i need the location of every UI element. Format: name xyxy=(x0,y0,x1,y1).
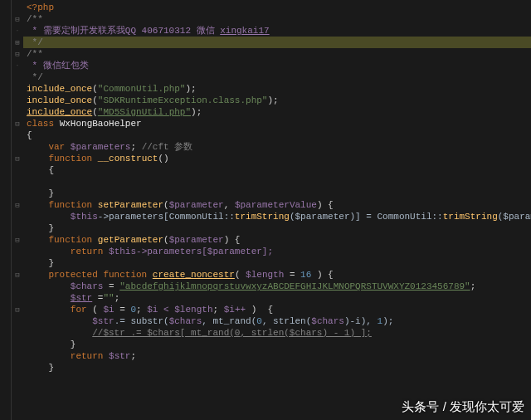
fold-spacer xyxy=(12,141,23,153)
fn-name: getParameter xyxy=(98,235,163,245)
fn-kw: function xyxy=(48,154,92,164)
doc-text: * 微信红包类 xyxy=(27,61,89,71)
var-ref: $chars xyxy=(311,316,344,326)
var-name: $parameters xyxy=(71,142,131,152)
include-kw: include_once xyxy=(27,84,92,94)
fold-spacer xyxy=(12,106,23,118)
fold-spacer xyxy=(12,350,23,362)
loop-cond: $i < $length xyxy=(147,305,212,315)
var-comment: //cft 参数 xyxy=(142,142,193,152)
method-call: trimString xyxy=(235,212,290,222)
fn-name: create_noncestr xyxy=(153,270,235,280)
fold-toggle[interactable] xyxy=(12,234,23,246)
doc-end: */ xyxy=(27,72,43,82)
var-decl: $chars xyxy=(71,281,104,291)
doc-wechat: xingkai17 xyxy=(220,26,269,36)
php-open-tag: <?php xyxy=(27,2,54,12)
code-text: , strlen( xyxy=(262,316,311,326)
fold-toggle[interactable] xyxy=(12,269,23,281)
include-file: "MD5SignUtil.php" xyxy=(98,107,191,117)
fold-spacer xyxy=(12,2,23,13)
fn-kw: function xyxy=(48,200,92,210)
return-kw: return xyxy=(71,351,104,361)
code-text: )- xyxy=(344,316,355,326)
param: $length xyxy=(246,270,284,280)
doc-start: /** xyxy=(27,49,43,59)
include-file: "SDKRuntimeException.class.php" xyxy=(98,95,268,105)
fold-spacer xyxy=(12,257,23,269)
fold-toggle[interactable] xyxy=(12,153,23,164)
fold-spacer xyxy=(12,339,23,350)
fold-spacer xyxy=(12,222,23,234)
include-kw: include_once xyxy=(27,107,92,117)
fold-spacer xyxy=(12,327,23,339)
fold-spacer xyxy=(12,385,23,397)
loop-inc: $i++ xyxy=(224,305,246,315)
fold-spacer xyxy=(12,95,23,106)
doc-start: /** xyxy=(27,14,43,24)
string-literal: "" xyxy=(103,293,114,303)
fold-marker xyxy=(12,25,23,37)
string-literal: "abcdefghijklmnopqrstuvwxyzABCDEFGHIJKLM… xyxy=(119,281,470,291)
for-kw: for xyxy=(71,305,87,315)
var-ref: $str xyxy=(109,351,130,361)
param: $parameter xyxy=(169,200,224,210)
method-call: trimString xyxy=(443,212,498,222)
fold-spacer xyxy=(12,211,23,222)
fold-spacer xyxy=(12,129,23,141)
fn-name: __construct xyxy=(98,154,158,164)
fold-spacer xyxy=(12,292,23,304)
code-text: ), xyxy=(361,316,378,326)
fold-toggle[interactable] xyxy=(12,304,23,315)
fold-toggle[interactable] xyxy=(12,199,23,211)
class-kw: class xyxy=(27,119,54,129)
protected-kw: protected function xyxy=(48,270,147,280)
class-name: WxHongBaoHelper xyxy=(60,119,142,129)
fold-spacer xyxy=(12,176,23,188)
param: $parameterValue xyxy=(235,200,317,210)
code-text: ); xyxy=(382,316,393,326)
line-gutter xyxy=(0,0,12,420)
this-ref: $this xyxy=(71,212,98,222)
code-text: i xyxy=(355,316,361,326)
fold-toggle[interactable] xyxy=(12,37,23,48)
fold-spacer xyxy=(12,71,23,83)
fold-toggle[interactable] xyxy=(12,48,23,60)
doc-end: */ xyxy=(27,37,43,47)
code-text: , mt_rand( xyxy=(202,316,256,326)
code-text: $this->parameters[$parameter]; xyxy=(109,247,273,256)
num-literal: 0 xyxy=(256,316,262,326)
loop-var: $i xyxy=(103,305,114,315)
doc-text: * 需要定制开发联系我QQ 406710312 微信 xyxy=(27,26,220,36)
var-decl: $str xyxy=(71,293,92,303)
fold-toggle[interactable] xyxy=(12,118,23,129)
var-kw: var xyxy=(48,142,65,152)
include-kw: include_once xyxy=(27,95,92,105)
fold-spacer xyxy=(12,246,23,257)
code-text: ($parameter)] = CommonUtil:: xyxy=(290,212,443,222)
code-text: .= substr( xyxy=(114,316,169,326)
fold-spacer xyxy=(12,188,23,199)
fold-marker xyxy=(12,60,23,71)
fold-spacer xyxy=(12,281,23,292)
fold-spacer xyxy=(12,362,23,374)
fn-name: setParameter xyxy=(98,200,163,210)
fn-kw: function xyxy=(48,235,92,245)
param: $parameter xyxy=(169,235,224,245)
code-text: ->parameters[CommonUtil:: xyxy=(98,212,235,222)
fold-spacer xyxy=(12,164,23,176)
code-text: ($parameterValue); xyxy=(498,212,531,222)
include-file: "CommonUtil.php" xyxy=(98,84,186,94)
default-val: 16 xyxy=(300,270,311,280)
watermark-text: 头条号 / 发现你太可爱 xyxy=(402,399,524,415)
fold-column xyxy=(12,0,23,420)
fold-spacer xyxy=(12,374,23,385)
fold-spacer xyxy=(12,83,23,95)
fold-spacer xyxy=(12,315,23,327)
return-kw: return xyxy=(71,247,104,256)
var-ref: $str xyxy=(92,316,114,326)
code-editor: <?php /** * 需要定制开发联系我QQ 406710312 微信 xin… xyxy=(0,0,531,420)
code-area[interactable]: <?php /** * 需要定制开发联系我QQ 406710312 微信 xin… xyxy=(23,0,531,420)
fold-toggle[interactable] xyxy=(12,13,23,25)
var-ref: $chars xyxy=(169,316,202,326)
